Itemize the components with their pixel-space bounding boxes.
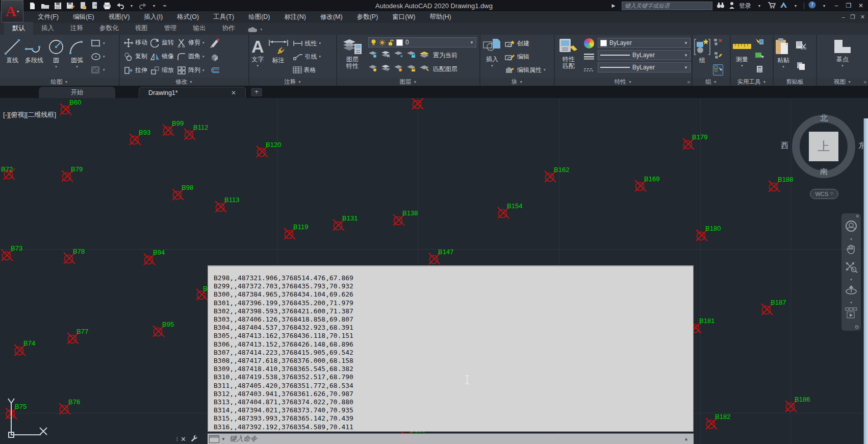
dimension-button[interactable]: 标注 bbox=[267, 36, 290, 78]
chevron-down-icon[interactable]: ▾ bbox=[850, 278, 852, 281]
open-from-web-icon[interactable] bbox=[80, 2, 87, 10]
ribbon-tab-0[interactable]: 默认 bbox=[4, 22, 33, 35]
rotate-button[interactable]: 旋转 bbox=[150, 36, 174, 50]
ribbon-tab-4[interactable]: 视图 bbox=[127, 22, 156, 35]
navbar-more-icon[interactable]: ⊖ bbox=[855, 324, 859, 330]
menu-0[interactable]: 文件(F) bbox=[31, 11, 66, 23]
restore-button[interactable]: ❐ bbox=[845, 2, 853, 9]
panel-label-annotate[interactable]: 注释▼ bbox=[249, 78, 336, 86]
panel-label-layers[interactable]: 图层▼ bbox=[337, 78, 479, 86]
save-icon[interactable] bbox=[54, 2, 62, 10]
tab-start[interactable]: 开始 bbox=[39, 87, 115, 98]
print-icon[interactable] bbox=[103, 2, 111, 10]
layer-thaw-icon[interactable] bbox=[394, 64, 403, 73]
search-flyout-icon[interactable]: ▶ bbox=[609, 3, 618, 8]
signin-label[interactable]: 登录 bbox=[739, 2, 751, 10]
menu-3[interactable]: 插入(I) bbox=[137, 11, 170, 23]
open-folder-icon[interactable] bbox=[41, 2, 49, 10]
chevron-down-icon[interactable]: ▾ bbox=[782, 65, 784, 69]
close-button[interactable]: ✕ bbox=[857, 2, 865, 9]
doc-restore-button[interactable]: ❐ bbox=[850, 14, 855, 20]
layer-properties-button[interactable]: 图层特性 bbox=[339, 36, 366, 78]
layer-on-icon[interactable] bbox=[368, 64, 377, 73]
chevron-down-icon[interactable]: ▾ bbox=[257, 64, 259, 68]
copy-clip-icon[interactable] bbox=[797, 62, 805, 72]
pan-hand-icon[interactable] bbox=[845, 243, 857, 258]
match-layer-icon[interactable] bbox=[419, 64, 429, 73]
autodesk-dropdown-icon[interactable]: ▾ bbox=[792, 4, 800, 8]
chevron-down-icon[interactable]: ▼ bbox=[221, 437, 225, 441]
text-button[interactable]: A 文字 ▾ bbox=[251, 36, 264, 78]
ribbon-tab-6[interactable]: 输出 bbox=[185, 22, 214, 35]
scale-button[interactable]: 缩放 bbox=[150, 64, 174, 77]
panel-expand-icon[interactable]: » bbox=[863, 79, 866, 85]
navbar-close-icon[interactable]: ✕ bbox=[855, 214, 859, 219]
color-wheel-icon[interactable] bbox=[584, 38, 594, 48]
help-search-input[interactable]: 键入关键字或短语 bbox=[622, 2, 712, 10]
compass-south[interactable]: 南 bbox=[820, 167, 828, 177]
panel-label-properties[interactable]: 特性▼» bbox=[555, 78, 692, 86]
panel-label-draw[interactable]: 绘图▼ bbox=[0, 78, 119, 86]
panel-label-groups[interactable]: 组▼ bbox=[693, 78, 730, 86]
measure-button[interactable]: 测量 ▾ bbox=[732, 36, 752, 78]
doc-minimize-button[interactable]: – bbox=[842, 14, 845, 20]
quick-select-icon[interactable] bbox=[755, 38, 764, 47]
layer-select[interactable]: 0 ▼ bbox=[368, 37, 476, 47]
linetype-icon[interactable] bbox=[583, 66, 595, 75]
stretch-button[interactable]: 拉伸 bbox=[124, 64, 147, 77]
menu-1[interactable]: 编辑(E) bbox=[66, 11, 101, 23]
set-current-icon[interactable] bbox=[419, 51, 429, 60]
tab-close-icon[interactable]: ✕ bbox=[231, 89, 236, 96]
view-cube-top-face[interactable]: 上 bbox=[809, 132, 838, 161]
base-point-button[interactable]: 基点 ▾ bbox=[832, 36, 853, 78]
chevron-down-icon[interactable]: ▾ bbox=[741, 64, 743, 68]
match-properties-button[interactable]: 特性匹配 bbox=[557, 36, 580, 78]
lineweight-select[interactable]: ByLayer ▼ bbox=[598, 50, 691, 60]
command-input[interactable]: 键入命令 bbox=[229, 434, 257, 443]
create-block-button[interactable]: 创建 bbox=[505, 37, 546, 50]
command-prompt-icon[interactable] bbox=[209, 435, 219, 443]
chevron-down-icon[interactable]: ▾ bbox=[76, 65, 78, 69]
fillet-button[interactable]: 圆角▾ bbox=[177, 50, 205, 63]
layer-off-icon[interactable] bbox=[368, 51, 377, 60]
linear-dim-button[interactable]: 线性▾ bbox=[293, 37, 321, 50]
layer-isolate-icon[interactable] bbox=[381, 51, 390, 60]
menu-11[interactable]: 帮助(H) bbox=[422, 11, 458, 23]
panel-label-utilities[interactable]: 实用工具▼ bbox=[731, 78, 773, 86]
line-button[interactable]: 直线 bbox=[3, 36, 21, 78]
scroll-up-icon[interactable]: ▲ bbox=[684, 436, 688, 441]
new-drawing-tab-button[interactable]: + bbox=[251, 88, 262, 96]
layer-unlock-icon[interactable] bbox=[406, 64, 416, 73]
match-layer-label[interactable]: 匹配图层 bbox=[433, 65, 457, 73]
menu-8[interactable]: 修改(M) bbox=[313, 11, 350, 23]
doc-close-button[interactable]: ✕ bbox=[860, 14, 865, 20]
copy-button[interactable]: 复制 bbox=[124, 50, 147, 63]
edit-group-icon[interactable] bbox=[713, 51, 723, 61]
save-to-web-icon[interactable] bbox=[91, 2, 98, 10]
navigation-bar[interactable]: ✕ ▾ ▾ ▾ ⊖ bbox=[841, 213, 861, 331]
undo-dropdown-icon[interactable]: ▾ bbox=[130, 4, 134, 8]
edit-block-button[interactable]: 编辑 bbox=[505, 50, 546, 63]
layer-unisolate-icon[interactable] bbox=[381, 64, 390, 73]
calculator-icon[interactable] bbox=[756, 65, 763, 75]
panel-label-block[interactable]: 块▼ bbox=[480, 78, 554, 86]
help-dropdown-icon[interactable]: ▾ bbox=[820, 4, 828, 8]
lineweight-icon[interactable] bbox=[583, 53, 595, 62]
ribbon-tab-7[interactable]: 协作 bbox=[214, 22, 243, 35]
offset-icon[interactable] bbox=[209, 66, 220, 76]
redo-dropdown-icon[interactable]: ▾ bbox=[152, 4, 156, 8]
coordinate-text-window[interactable]: B298,,487321.906,3768514.476,67.869B299,… bbox=[208, 265, 694, 432]
cut-icon[interactable] bbox=[795, 41, 806, 52]
viewport-controls[interactable]: [-][俯视][二维线框] bbox=[3, 110, 56, 119]
panel-label-view[interactable]: 视图▼» bbox=[817, 78, 868, 86]
rectangle-button[interactable]: ▾ bbox=[91, 37, 105, 50]
command-line[interactable]: ▼ 键入命令 ▲ bbox=[208, 433, 694, 444]
menu-2[interactable]: 视图(V) bbox=[101, 11, 137, 23]
arc-button[interactable]: 圆弧 ▾ bbox=[68, 36, 86, 78]
move-button[interactable]: 移动 bbox=[124, 36, 147, 50]
app-menu-button[interactable]: A▾ bbox=[1, 0, 23, 22]
customize-qat-icon[interactable]: ≂ bbox=[161, 3, 169, 8]
save-as-icon[interactable] bbox=[66, 2, 75, 10]
chevron-down-icon[interactable]: ▾ bbox=[850, 238, 852, 240]
redo-icon[interactable] bbox=[138, 3, 147, 9]
